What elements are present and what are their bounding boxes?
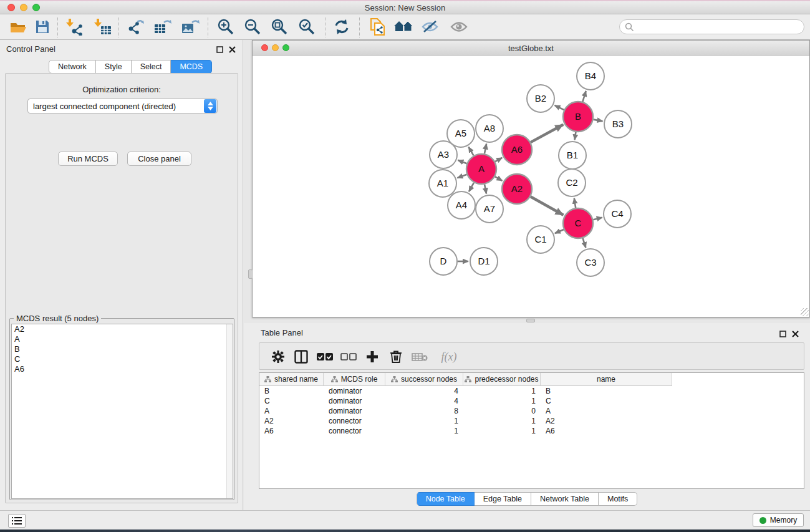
node-A2[interactable]: A2 [502, 174, 532, 204]
mcds-result-item[interactable]: A2 [12, 324, 233, 334]
splitter-handle-horizontal[interactable] [526, 319, 535, 322]
refresh-icon[interactable] [332, 17, 352, 36]
open-session-icon[interactable] [9, 17, 29, 36]
close-panel-button[interactable]: Close panel [127, 152, 191, 166]
float-panel-icon[interactable] [216, 44, 224, 52]
edge-A-A4[interactable] [469, 183, 474, 191]
float-table-panel-icon[interactable] [779, 329, 787, 336]
memory-button[interactable]: Memory [753, 513, 804, 527]
edge-B-B4[interactable] [582, 91, 586, 102]
edge-A-A3[interactable] [458, 160, 466, 163]
search-input[interactable] [619, 19, 804, 34]
edge-C-C2[interactable] [574, 198, 576, 208]
column-header-name[interactable]: name [541, 373, 672, 386]
edge-A-A7[interactable] [485, 184, 486, 193]
table-row[interactable]: A6connector11A6 [259, 426, 804, 436]
export-image-icon[interactable] [180, 17, 200, 36]
close-table-panel-icon[interactable] [792, 329, 799, 336]
node-A6[interactable]: A6 [502, 135, 532, 165]
node-B3[interactable]: B3 [604, 110, 632, 138]
main-titlebar[interactable]: Session: New Session [0, 1, 810, 14]
node-C1[interactable]: C1 [527, 226, 554, 253]
edge-A-A6[interactable] [495, 158, 502, 162]
show-columns-icon[interactable] [292, 347, 311, 366]
edge-C-C1[interactable] [555, 230, 564, 233]
edge-A-A8[interactable] [485, 144, 486, 154]
node-A4[interactable]: A4 [448, 191, 475, 219]
edge-A6-B[interactable] [531, 125, 563, 142]
table-row[interactable]: Adominator80A [259, 406, 804, 416]
tab-style[interactable]: Style [96, 60, 132, 74]
node-C2[interactable]: C2 [558, 169, 586, 196]
network-file-icon[interactable] [368, 17, 388, 36]
node-B2[interactable]: B2 [527, 85, 554, 112]
node-D1[interactable]: D1 [470, 248, 498, 275]
task-history-button[interactable] [8, 514, 26, 528]
zoom-fit-icon[interactable] [269, 17, 289, 36]
table-settings-gear-icon[interactable] [269, 347, 287, 366]
show-all-icon[interactable] [449, 17, 469, 36]
save-session-icon[interactable] [32, 17, 52, 36]
table-tab-motifs[interactable]: Motifs [599, 492, 637, 506]
export-network-icon[interactable] [126, 17, 146, 36]
edge-A-A1[interactable] [457, 175, 466, 178]
home-icon[interactable] [393, 17, 413, 36]
mcds-result-item[interactable]: A [12, 334, 233, 344]
node-C4[interactable]: C4 [604, 200, 631, 228]
column-header-successor-nodes[interactable]: successor nodes [385, 373, 463, 386]
node-B[interactable]: B [563, 102, 593, 132]
splitter-handle-vertical[interactable] [248, 269, 253, 279]
node-C3[interactable]: C3 [577, 249, 604, 276]
tab-mcds[interactable]: MCDS [171, 60, 212, 74]
column-header-predecessor-nodes[interactable]: predecessor nodes [463, 373, 541, 386]
tab-network[interactable]: Network [49, 60, 96, 74]
close-panel-icon[interactable] [229, 44, 236, 52]
edge-B-B1[interactable] [575, 132, 576, 140]
mcds-result-item[interactable]: A6 [12, 364, 233, 374]
node-A5[interactable]: A5 [447, 120, 475, 147]
edge-C-C3[interactable] [583, 238, 586, 248]
mcds-result-item[interactable]: C [12, 354, 233, 364]
resize-grip-icon[interactable] [801, 308, 809, 316]
edge-B-B3[interactable] [594, 120, 603, 122]
edge-A2-C[interactable] [531, 196, 564, 215]
edge-B-B2[interactable] [555, 105, 564, 110]
delete-column-icon[interactable] [387, 347, 405, 366]
import-network-icon[interactable] [65, 17, 85, 36]
import-table-icon[interactable] [93, 17, 113, 36]
unselect-all-columns-icon[interactable] [339, 347, 358, 366]
tab-select[interactable]: Select [132, 60, 171, 74]
table-tab-node-table[interactable]: Node Table [417, 492, 475, 506]
node-A[interactable]: A [466, 154, 496, 184]
criterion-select[interactable]: largest connected component (directed) [27, 99, 218, 114]
node-C[interactable]: C [563, 208, 593, 238]
node-table[interactable]: shared nameMCDS rolesuccessor nodesprede… [259, 372, 804, 489]
scrollbar-track[interactable] [226, 324, 233, 498]
zoom-selected-icon[interactable] [297, 17, 317, 36]
select-all-columns-icon[interactable] [316, 347, 334, 366]
zoom-in-icon[interactable] [216, 17, 236, 36]
hide-selected-icon[interactable] [420, 17, 440, 36]
node-A1[interactable]: A1 [429, 170, 456, 197]
edge-A-A5[interactable] [469, 147, 474, 156]
edge-A-A2[interactable] [495, 177, 503, 181]
mcds-result-list[interactable]: A2ABCA6 [11, 324, 233, 499]
mcds-result-item[interactable]: B [12, 344, 233, 354]
network-canvas[interactable]: AA1A2A3A4A5A6A7A8BB1B2B3B4CC1C2C3C4DD1 [253, 56, 809, 317]
node-D[interactable]: D [430, 248, 457, 275]
node-B1[interactable]: B1 [559, 142, 586, 169]
table-row[interactable]: A2connector11A2 [259, 416, 804, 426]
export-table-icon[interactable] [153, 17, 173, 36]
table-tab-network-table[interactable]: Network Table [531, 492, 599, 506]
create-column-icon[interactable] [363, 347, 382, 366]
column-header-mcds-role[interactable]: MCDS role [324, 373, 385, 386]
table-tab-edge-table[interactable]: Edge Table [475, 492, 531, 506]
run-mcds-button[interactable]: Run MCDS [58, 152, 118, 166]
column-header-shared-name[interactable]: shared name [259, 373, 324, 386]
zoom-out-icon[interactable] [243, 17, 263, 36]
table-row[interactable]: Cdominator41C [259, 396, 804, 406]
node-A8[interactable]: A8 [476, 115, 503, 142]
node-B4[interactable]: B4 [577, 62, 604, 90]
node-A7[interactable]: A7 [476, 195, 503, 223]
table-row[interactable]: Bdominator41B [259, 386, 804, 396]
